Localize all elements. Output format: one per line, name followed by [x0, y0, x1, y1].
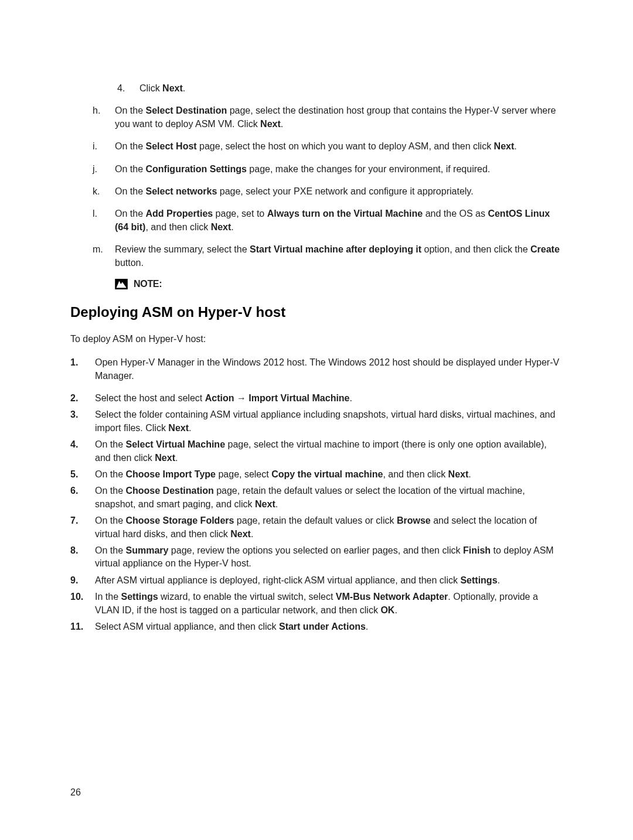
list-item: 4. On the Select Virtual Machine page, s… [70, 438, 563, 465]
list-body: On the Configuration Settings page, make… [115, 163, 563, 176]
list-body: Review the summary, select the Start Vir… [115, 243, 563, 269]
list-body: Open Hyper-V Manager in the Windows 2012… [95, 356, 563, 383]
list-body: On the Select Virtual Machine page, sele… [95, 438, 563, 465]
list-item: 3. Select the folder containing ASM virt… [70, 408, 563, 435]
list-body: After ASM virtual appliance is deployed,… [95, 574, 563, 587]
list-item: 7. On the Choose Storage Folders page, r… [70, 514, 563, 541]
list-marker: 10. [70, 590, 95, 617]
list-body: On the Choose Destination page, retain t… [95, 484, 563, 511]
list-item: 9. After ASM virtual appliance is deploy… [70, 574, 563, 587]
list-item: i. On the Select Host page, select the h… [93, 140, 563, 153]
continued-sublist-level1: h. On the Select Destination page, selec… [70, 104, 563, 291]
list-marker: 1. [70, 356, 95, 383]
list-item: 10. In the Settings wizard, to enable th… [70, 590, 563, 617]
list-marker: 11. [70, 620, 95, 633]
list-body: On the Select Destination page, select t… [115, 104, 563, 131]
list-marker: k. [93, 185, 115, 198]
list-item: h. On the Select Destination page, selec… [93, 104, 563, 131]
page-number: 26 [70, 786, 81, 799]
list-item: 1. Open Hyper-V Manager in the Windows 2… [70, 356, 563, 383]
page-content: 4. Click Next. h. On the Select Destinat… [0, 0, 633, 840]
list-body: Select the folder containing ASM virtual… [95, 408, 563, 435]
list-body: In the Settings wizard, to enable the vi… [95, 590, 563, 617]
list-item: 5. On the Choose Import Type page, selec… [70, 468, 563, 481]
list-marker: 4. [117, 82, 139, 95]
list-marker: 8. [70, 544, 95, 571]
list-body: On the Select networks page, select your… [115, 185, 563, 198]
list-body: On the Add Properties page, set to Alway… [115, 207, 563, 234]
steps-list: 1. Open Hyper-V Manager in the Windows 2… [70, 356, 563, 633]
list-body: Select ASM virtual appliance, and then c… [95, 620, 563, 633]
note-label: NOTE: [134, 278, 162, 291]
section-heading: Deploying ASM on Hyper-V host [70, 302, 563, 322]
list-item: l. On the Add Properties page, set to Al… [93, 207, 563, 234]
list-marker: 2. [70, 392, 95, 405]
list-marker: h. [93, 104, 115, 131]
list-item: 8. On the Summary page, review the optio… [70, 544, 563, 571]
list-marker: 6. [70, 484, 95, 511]
list-marker: l. [93, 207, 115, 234]
svg-rect-1 [117, 287, 126, 288]
continued-sublist-level2: 4. Click Next. [70, 82, 563, 95]
list-body: Select the host and select Action → Impo… [95, 392, 563, 405]
list-marker: j. [93, 163, 115, 176]
list-marker: i. [93, 140, 115, 153]
list-marker: 7. [70, 514, 95, 541]
note-row-container: NOTE: [93, 275, 563, 291]
list-marker: 9. [70, 574, 95, 587]
list-body: Click Next. [139, 82, 563, 95]
list-marker: 3. [70, 408, 95, 435]
list-marker: 5. [70, 468, 95, 481]
list-item: 2. Select the host and select Action → I… [70, 392, 563, 405]
list-item: k. On the Select networks page, select y… [93, 185, 563, 198]
note: NOTE: [115, 278, 563, 291]
list-item: 4. Click Next. [117, 82, 563, 95]
intro-paragraph: To deploy ASM on Hyper-V host: [70, 333, 563, 346]
list-marker: m. [93, 243, 115, 269]
list-body: On the Summary page, review the options … [95, 544, 563, 571]
list-body: On the Choose Import Type page, select C… [95, 468, 563, 481]
list-body: On the Select Host page, select the host… [115, 140, 563, 153]
list-body: On the Choose Storage Folders page, reta… [95, 514, 563, 541]
list-item: 6. On the Choose Destination page, retai… [70, 484, 563, 511]
list-marker: 4. [70, 438, 95, 465]
list-item: m. Review the summary, select the Start … [93, 243, 563, 269]
list-item: j. On the Configuration Settings page, m… [93, 163, 563, 176]
list-item: 11. Select ASM virtual appliance, and th… [70, 620, 563, 633]
note-icon [115, 279, 128, 289]
